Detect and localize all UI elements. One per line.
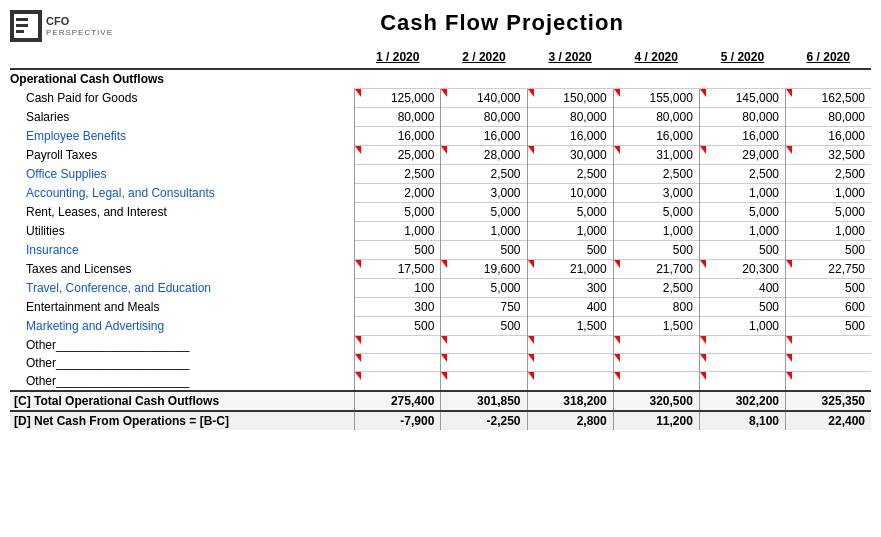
- table-row: Marketing and Advertising5005001,5001,50…: [10, 317, 871, 336]
- row-label: Other____________________: [10, 336, 355, 354]
- red-triangle-icon: [528, 372, 534, 380]
- cell-value: 28,000: [441, 146, 527, 165]
- red-triangle-icon: [441, 336, 447, 344]
- red-triangle-icon: [700, 260, 706, 268]
- red-triangle-icon: [786, 260, 792, 268]
- col-header-2: 2 / 2020: [441, 46, 527, 69]
- table-row: Entertainment and Meals30075040080050060…: [10, 298, 871, 317]
- cell-value: [786, 372, 871, 391]
- table-row: Office Supplies2,5002,5002,5002,5002,500…: [10, 165, 871, 184]
- row-label: Taxes and Licenses: [10, 260, 355, 279]
- red-triangle-icon: [700, 146, 706, 154]
- red-triangle-icon: [355, 336, 361, 344]
- total-row: [C] Total Operational Cash Outflows275,4…: [10, 391, 871, 411]
- col-header-6: 6 / 2020: [786, 46, 871, 69]
- cell-value: 500: [355, 241, 441, 260]
- label-header: [10, 46, 355, 69]
- cell-value: 5,000: [355, 203, 441, 222]
- cell-value: 21,700: [613, 260, 699, 279]
- cell-value: 3,000: [613, 184, 699, 203]
- cell-value: 500: [699, 241, 785, 260]
- red-triangle-icon: [528, 146, 534, 154]
- cell-value: 16,000: [699, 127, 785, 146]
- col-header-1: 1 / 2020: [355, 46, 441, 69]
- table-row: Payroll Taxes25,00028,00030,00031,00029,…: [10, 146, 871, 165]
- logo-subname: PERSPECTIVE: [46, 28, 113, 37]
- cell-value: 31,000: [613, 146, 699, 165]
- row-label: Payroll Taxes: [10, 146, 355, 165]
- red-triangle-icon: [614, 89, 620, 97]
- logo-name: CFO: [46, 15, 113, 28]
- total-cell: 318,200: [527, 391, 613, 411]
- cell-value: [355, 354, 441, 372]
- cell-value: 1,000: [527, 222, 613, 241]
- svg-rect-2: [16, 24, 28, 27]
- table-row: Rent, Leases, and Interest5,0005,0005,00…: [10, 203, 871, 222]
- cell-value: 2,500: [527, 165, 613, 184]
- cell-value: 1,500: [613, 317, 699, 336]
- cell-value: 29,000: [699, 146, 785, 165]
- cell-value: 500: [613, 241, 699, 260]
- red-triangle-icon: [441, 260, 447, 268]
- total-cell: 302,200: [699, 391, 785, 411]
- cell-value: 80,000: [441, 108, 527, 127]
- cell-value: 1,000: [613, 222, 699, 241]
- cell-value: 500: [786, 279, 871, 298]
- logo-text-area: CFO PERSPECTIVE: [46, 15, 113, 37]
- cell-value: [527, 354, 613, 372]
- cell-value: 1,000: [355, 222, 441, 241]
- cell-value: [527, 372, 613, 391]
- cell-value: 16,000: [355, 127, 441, 146]
- cell-value: 10,000: [527, 184, 613, 203]
- table-row: Cash Paid for Goods125,000140,000150,000…: [10, 89, 871, 108]
- cell-value: 300: [355, 298, 441, 317]
- total-label: [C] Total Operational Cash Outflows: [10, 391, 355, 411]
- table-row: Employee Benefits16,00016,00016,00016,00…: [10, 127, 871, 146]
- table-row: Salaries80,00080,00080,00080,00080,00080…: [10, 108, 871, 127]
- table-row: Insurance500500500500500500: [10, 241, 871, 260]
- cell-value: 155,000: [613, 89, 699, 108]
- section-header-row: Operational Cash Outflows: [10, 69, 871, 89]
- net-label: [D] Net Cash From Operations = [B-C]: [10, 411, 355, 430]
- cell-value: [699, 372, 785, 391]
- red-triangle-icon: [528, 260, 534, 268]
- cell-value: 1,000: [699, 317, 785, 336]
- red-triangle-icon: [441, 89, 447, 97]
- table-row: Other____________________: [10, 372, 871, 391]
- red-triangle-icon: [355, 354, 361, 362]
- net-cell: -7,900: [355, 411, 441, 430]
- title-area: Cash Flow Projection: [133, 10, 871, 36]
- cell-value: 600: [786, 298, 871, 317]
- cell-value: 19,600: [441, 260, 527, 279]
- cell-value: [613, 354, 699, 372]
- red-triangle-icon: [786, 146, 792, 154]
- cell-value: 3,000: [441, 184, 527, 203]
- cell-value: [355, 336, 441, 354]
- cell-value: [441, 336, 527, 354]
- red-triangle-icon: [614, 260, 620, 268]
- cell-value: 5,000: [527, 203, 613, 222]
- net-cell: -2,250: [441, 411, 527, 430]
- red-triangle-icon: [441, 354, 447, 362]
- red-triangle-icon: [355, 372, 361, 380]
- red-triangle-icon: [528, 354, 534, 362]
- cell-value: 500: [441, 241, 527, 260]
- page-title: Cash Flow Projection: [133, 10, 871, 36]
- cell-value: 1,000: [786, 222, 871, 241]
- section-header-label: Operational Cash Outflows: [10, 69, 871, 89]
- cell-value: [786, 354, 871, 372]
- column-header-row: 1 / 2020 2 / 2020 3 / 2020 4 / 2020 5 / …: [10, 46, 871, 69]
- cell-value: 800: [613, 298, 699, 317]
- col-header-5: 5 / 2020: [699, 46, 785, 69]
- cell-value: 400: [527, 298, 613, 317]
- cell-value: 80,000: [699, 108, 785, 127]
- cell-value: 2,500: [441, 165, 527, 184]
- row-label: Office Supplies: [10, 165, 355, 184]
- cell-value: [699, 336, 785, 354]
- cell-value: [613, 336, 699, 354]
- cell-value: 2,500: [613, 279, 699, 298]
- red-triangle-icon: [528, 89, 534, 97]
- red-triangle-icon: [786, 354, 792, 362]
- red-triangle-icon: [700, 89, 706, 97]
- cell-value: 162,500: [786, 89, 871, 108]
